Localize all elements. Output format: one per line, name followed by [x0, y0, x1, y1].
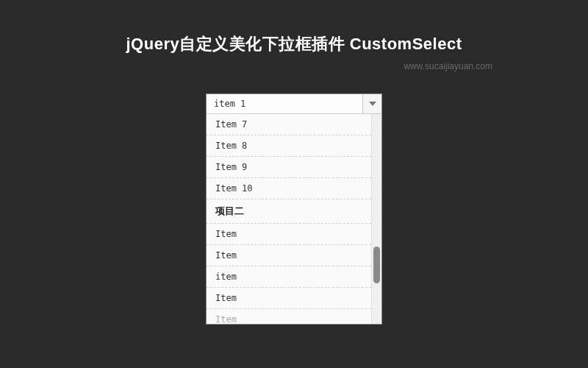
page-header: jQuery自定义美化下拉框插件 CustomSelect www.sucaij… [0, 0, 588, 71]
select-value: item 1 [207, 94, 362, 113]
scrollbar-thumb[interactable] [373, 247, 380, 283]
select-option[interactable]: Item 8 [207, 135, 371, 157]
scrollbar-track[interactable] [371, 114, 381, 324]
select-header[interactable]: item 1 [207, 94, 381, 114]
select-option[interactable]: Item 9 [207, 157, 371, 178]
select-option[interactable]: Item 10 [207, 178, 371, 199]
select-option[interactable]: Item 7 [207, 114, 371, 135]
select-option[interactable]: item [207, 266, 371, 288]
custom-select: item 1 Item 7 Item 8 Item 9 Item 10 项目二 … [206, 93, 382, 325]
select-option[interactable]: Item [207, 245, 371, 266]
select-optgroup-label: 项目二 [207, 199, 371, 224]
options-list: Item 7 Item 8 Item 9 Item 10 项目二 Item It… [207, 114, 371, 324]
chevron-down-icon [369, 102, 376, 106]
page-title: jQuery自定义美化下拉框插件 CustomSelect [0, 33, 588, 55]
select-option[interactable]: Item [207, 309, 371, 324]
select-option[interactable]: Item [207, 224, 371, 245]
page-subtitle: www.sucaijiayuan.com [0, 61, 588, 71]
select-option[interactable]: Item [207, 288, 371, 309]
select-toggle-button[interactable] [362, 94, 381, 113]
select-dropdown: Item 7 Item 8 Item 9 Item 10 项目二 Item It… [207, 114, 381, 324]
